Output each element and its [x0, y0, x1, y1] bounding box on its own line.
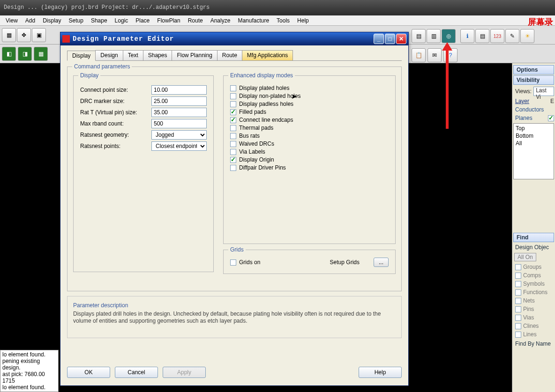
- menu-setup[interactable]: Setup: [65, 16, 87, 25]
- grids-on-checkbox[interactable]: [230, 259, 236, 266]
- tb-brush-icon[interactable]: ✎: [505, 29, 519, 43]
- toolbar-btn-1[interactable]: ▦: [2, 28, 16, 42]
- toolbar2-btn-3[interactable]: ▦: [34, 47, 48, 61]
- minimize-button[interactable]: _: [374, 34, 384, 44]
- all-on-button[interactable]: All On: [514, 253, 536, 261]
- rat-t-size-input[interactable]: [151, 108, 207, 117]
- check-label-10: Diffpair Driver Pins: [239, 164, 286, 171]
- menu-view[interactable]: View: [2, 16, 22, 25]
- menu-manufacture[interactable]: Manufacture: [234, 16, 273, 25]
- layer-list[interactable]: Top Bottom All: [513, 123, 554, 179]
- ratsnest-points-label: Ratsnest points:: [80, 143, 151, 149]
- check-label-6: Bus rats: [239, 133, 260, 139]
- tb-mail-icon[interactable]: ✉: [428, 48, 442, 62]
- find-check-7[interactable]: [515, 323, 521, 329]
- menu-tools[interactable]: Tools: [273, 16, 293, 25]
- menu-place[interactable]: Place: [132, 16, 153, 25]
- find-check-0[interactable]: [515, 264, 521, 270]
- toolbar-btn-3[interactable]: ▣: [32, 28, 46, 42]
- cancel-button[interactable]: Cancel: [115, 367, 158, 378]
- find-label-3: Functions: [523, 289, 548, 296]
- parameter-description-box: Parameter description Displays plated dr…: [67, 296, 402, 338]
- apply-button[interactable]: Apply: [163, 367, 206, 378]
- tb-grid-icon[interactable]: ▤: [412, 29, 426, 43]
- find-check-1[interactable]: [515, 273, 521, 279]
- check-5[interactable]: [230, 125, 236, 131]
- check-2[interactable]: [230, 101, 236, 107]
- tb-clipboard-icon[interactable]: 📋: [412, 48, 426, 62]
- tab-route[interactable]: Route: [217, 50, 242, 60]
- drc-marker-size-input[interactable]: [151, 96, 207, 106]
- annotation-arrow: [446, 44, 449, 129]
- find-check-3[interactable]: [515, 289, 521, 296]
- ratsnest-geometry-select[interactable]: Jogged: [151, 130, 207, 140]
- tab-flow-planning[interactable]: Flow Planning: [172, 50, 217, 60]
- check-1[interactable]: [230, 93, 236, 99]
- find-panel-header[interactable]: Find: [513, 233, 554, 242]
- setup-grids-button[interactable]: ...: [374, 258, 389, 267]
- menu-help[interactable]: Help: [293, 16, 313, 25]
- toolbar-btn-2[interactable]: ✥: [17, 28, 31, 42]
- ratsnest-points-select[interactable]: Closest endpoint: [151, 141, 207, 151]
- views-select[interactable]: Last Vi: [533, 87, 554, 96]
- tb-sun-icon[interactable]: ☀: [520, 29, 534, 43]
- check-10[interactable]: [230, 165, 236, 171]
- check-8[interactable]: [230, 149, 236, 155]
- right-sidebar: Options Visibility Views: Last Vi Layer …: [512, 63, 555, 392]
- menu-add[interactable]: Add: [22, 16, 39, 25]
- maximize-button[interactable]: □: [385, 34, 395, 44]
- check-4[interactable]: [230, 117, 236, 123]
- dialog-title: Design Parameter Editor: [73, 35, 174, 43]
- console-line: pening existing design.: [2, 358, 56, 371]
- check-9[interactable]: [230, 157, 236, 163]
- close-button[interactable]: ✕: [396, 34, 406, 44]
- tb-info-icon[interactable]: ℹ: [460, 29, 474, 43]
- check-3[interactable]: [230, 109, 236, 115]
- tab-shapes[interactable]: Shapes: [143, 50, 172, 60]
- ok-button[interactable]: OK: [67, 367, 110, 378]
- param-desc-title: Parameter description: [73, 302, 396, 309]
- connect-point-size-input[interactable]: [151, 85, 207, 95]
- setup-grids-label: Setup Grids: [330, 259, 360, 266]
- check-7[interactable]: [230, 141, 236, 147]
- planes-checkbox[interactable]: [548, 115, 554, 121]
- tb-report-icon[interactable]: ▤: [475, 29, 489, 43]
- menu-logic[interactable]: Logic: [111, 16, 132, 25]
- tab-design[interactable]: Design: [95, 50, 123, 60]
- menu-route[interactable]: Route: [184, 16, 207, 25]
- find-check-8[interactable]: [515, 332, 521, 338]
- menu-shape[interactable]: Shape: [87, 16, 111, 25]
- display-group: Display Connect point size: DRC marker s…: [73, 75, 214, 272]
- find-check-5[interactable]: [515, 306, 521, 312]
- check-6[interactable]: [230, 133, 236, 139]
- find-check-6[interactable]: [515, 315, 521, 321]
- tab-display[interactable]: Display: [67, 51, 96, 61]
- layer-top[interactable]: Top: [516, 125, 552, 132]
- menu-display[interactable]: Display: [39, 16, 65, 25]
- toolbar2-btn-2[interactable]: ◨: [18, 47, 32, 61]
- tb-table-icon[interactable]: ▥: [427, 29, 441, 43]
- help-button[interactable]: Help: [359, 367, 402, 378]
- tb-123-icon[interactable]: 123: [490, 29, 504, 43]
- tab-text[interactable]: Text: [123, 50, 143, 60]
- dialog-titlebar[interactable]: Design Parameter Editor _ □ ✕: [60, 32, 408, 45]
- find-label-4: Nets: [523, 297, 535, 304]
- menu-flowplan[interactable]: FlowPlan: [153, 16, 184, 25]
- layer-link[interactable]: Layer: [515, 98, 529, 104]
- find-check-2[interactable]: [515, 281, 521, 287]
- command-console[interactable]: lo element found. pening existing design…: [0, 350, 59, 392]
- layer-bottom[interactable]: Bottom: [516, 132, 552, 140]
- toolbar2-btn-1[interactable]: ◧: [2, 47, 16, 61]
- grids-group-title: Grids: [228, 246, 246, 253]
- max-rband-input[interactable]: [151, 119, 207, 128]
- check-label-3: Filled pads: [239, 109, 266, 115]
- find-check-4[interactable]: [515, 298, 521, 304]
- visibility-panel-header[interactable]: Visibility: [513, 75, 554, 85]
- command-parameters-group: Command parameters Display Connect point…: [67, 67, 402, 291]
- options-panel-header[interactable]: Options: [513, 65, 554, 74]
- tab-mfg-applications[interactable]: Mfg Applications: [242, 50, 293, 60]
- rat-t-size-label: Rat T (Virtual pin) size:: [80, 109, 151, 116]
- layer-all[interactable]: All: [516, 140, 552, 147]
- check-0[interactable]: [230, 85, 236, 91]
- menu-analyze[interactable]: Analyze: [207, 16, 234, 25]
